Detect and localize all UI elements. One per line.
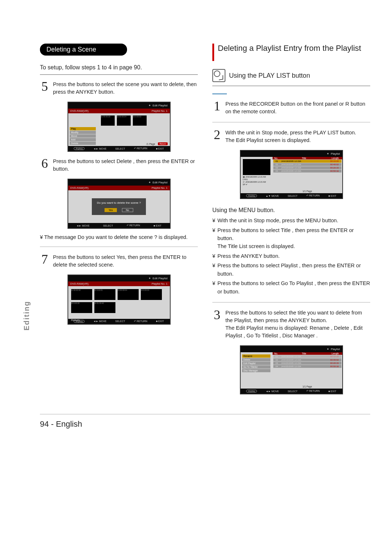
osd-title: Edit Playlist — [152, 277, 167, 280]
side-tab-editing: Editing — [23, 301, 31, 330]
osd-crumb-right: Playlist No. 1 — [152, 109, 168, 113]
note-after-step6: ¥ The message Do you want to delete the … — [40, 234, 198, 240]
intro-text: To setup, follow steps 1 to 4 in page 90… — [40, 64, 198, 71]
page-indicator: 1/1 Page — [71, 315, 167, 318]
osd-footer: Anykey ▲▼ MOVE SELECT ↶ RETURN ■ EXIT — [241, 193, 342, 198]
select-hint: SELECT — [115, 147, 125, 150]
separator — [212, 302, 370, 303]
yes-button[interactable]: Yes — [105, 208, 117, 212]
bullet-text: With the unit in Stop mode, press the ME… — [217, 216, 338, 224]
preview-meta: ▣ JAN/18/2005 12:15 AM CH01 ⏱ JAN/18/200… — [241, 176, 273, 186]
preview-thumb — [243, 159, 270, 175]
osd-edit-playlist-menu: ✦Edit Playlist DVD-RAM(VR)Playlist No. 1… — [68, 102, 171, 152]
osd-scene-grid: ✦Edit Playlist DVD-RAM(VR)Playlist No. 1… — [68, 275, 171, 325]
step-body: Press the buttons to select the scene yo… — [53, 81, 198, 96]
menu-item-delete[interactable]: Delete — [70, 142, 96, 145]
left-column: Deleting a Scene To setup, follow steps … — [40, 44, 198, 399]
confirm-dialog: Do you want to delete the scene ? Yes No — [92, 198, 146, 215]
step-5: 5 Press the buttons to select the scene … — [40, 81, 198, 96]
scene-thumb: 02 00:00:04 — [117, 115, 131, 126]
no-button[interactable]: No — [122, 208, 133, 212]
page-indicator: /1 Page — [146, 143, 155, 145]
scene-thumb: 03 0:00:03 — [133, 115, 147, 126]
list-item[interactable]: 03JAN/20/2005 12:15A00:20:15 — [273, 362, 342, 365]
list-item[interactable]: 04JAN/25/2005 12:15A00:50:16 — [273, 365, 342, 368]
select-hint: SELECT — [288, 195, 298, 197]
scene-cell[interactable]: 01 00:00:30 — [71, 289, 92, 300]
scene-cell[interactable]: 06 01:30:40 — [94, 302, 115, 313]
move-hint: ◄► MOVE — [76, 224, 89, 227]
return-hint: ↶ RETURN — [134, 147, 147, 150]
step-body: Press the buttons to select the title yo… — [225, 309, 370, 340]
section-title-text: Deleting a Playlist Entry from the Playl… — [218, 44, 361, 53]
return-button[interactable]: Return — [158, 142, 167, 145]
page-footer: 94 - English — [40, 414, 370, 429]
anykey-badge: Anykey — [246, 390, 257, 393]
scene-cell[interactable]: 02 0:00:01 — [94, 289, 115, 300]
osd-crumb-left: DVD-RAM(VR) — [70, 282, 89, 285]
using-playlist-button-heading: Using the PLAY LIST button — [212, 69, 370, 82]
osd-title: Edit Playlist — [152, 181, 167, 184]
list-item[interactable]: 01JAN/18/2005 12:15A00:10:20 — [273, 160, 342, 163]
hand-press-icon — [212, 69, 225, 82]
accent-bar-icon — [212, 44, 214, 61]
section-title-deleting-playlist-entry: Deleting a Playlist Entry from the Playl… — [212, 44, 370, 61]
list-item[interactable]: 04JAN/25/2005 12:15A00:50:16 — [273, 170, 342, 172]
anykey-badge: Anykey — [246, 194, 257, 197]
menu-item-edit-playlist[interactable]: Edit Playlist — [242, 362, 270, 365]
osd-title: Edit Playlist — [152, 104, 167, 107]
scene-cell[interactable]: 04 0:00:03 — [141, 289, 162, 300]
menu-item-go-to-titlelist[interactable]: Go To Titlelist — [242, 365, 270, 369]
osd-crumb-right: Playlist No. 1 — [152, 186, 168, 190]
step-body: With the unit in Stop mode, press the PL… — [225, 129, 370, 144]
list-header: No. Title Length — [273, 352, 342, 355]
section-pill-deleting-scene: Deleting a Scene — [40, 44, 127, 56]
list-item[interactable]: 01JAN/18/2005 12:15A00:10:20 — [273, 355, 342, 358]
menu-item-rename[interactable]: Rename — [242, 354, 270, 358]
bullet-text: Press the buttons to select Playlist , t… — [217, 261, 370, 278]
step-2: 2 With the unit in Stop mode, press the … — [212, 129, 370, 144]
menu-item-move[interactable]: Move — [70, 134, 96, 138]
scene-cell[interactable]: 05 0:00:20 — [71, 302, 92, 313]
move-hint: ▲▼ MOVE — [266, 195, 279, 197]
list-item[interactable]: 02JAN/19/2005 12:15A00:40:02 — [273, 358, 342, 361]
return-button[interactable]: Return — [71, 318, 167, 322]
menu-item-delete[interactable]: Delete — [242, 358, 270, 361]
osd-footer: ◄► MOVE SELECT ↶ RETURN ■ EXIT — [68, 223, 170, 228]
return-hint: ↶ RETURN — [127, 224, 140, 227]
right-column: Deleting a Playlist Entry from the Playl… — [212, 44, 370, 399]
bullet-text: Press the ANYKEY button. — [217, 252, 279, 260]
step-number: 6 — [40, 158, 49, 173]
step-3: 3 Press the buttons to select the title … — [212, 309, 370, 340]
exit-hint: ■ EXIT — [328, 195, 336, 197]
menu-item-disc-manager[interactable]: Disc Manager — [242, 369, 270, 372]
scene-thumb: 01 00:00:30 — [101, 115, 115, 126]
menu-item-play[interactable]: Play — [70, 127, 96, 130]
separator — [212, 122, 370, 122]
accent-rule — [212, 93, 227, 94]
step-number: 2 — [212, 129, 222, 144]
step-number: 3 — [212, 309, 222, 340]
return-hint: ↶ RETURN — [306, 194, 320, 197]
using-label: Using the PLAY LIST button — [229, 72, 310, 80]
list-item[interactable]: 03JAN/20/2005 12:15A00:20:15 — [273, 166, 342, 169]
step-body: Press the buttons to select Yes, then pr… — [53, 253, 198, 269]
list-item[interactable]: 02JAN/19/2005 12:15A00:40:02 — [273, 163, 342, 166]
exit-hint: ■ EXIT — [154, 224, 162, 227]
step-number: 1 — [212, 100, 222, 115]
osd-title: Playlist — [331, 152, 340, 155]
osd-context-menu: Rename Delete Edit Playlist Go To Titlel… — [242, 354, 270, 373]
osd-footer: Anykey ◄► MOVE SELECT ↶ RETURN ■ EXIT — [241, 389, 342, 394]
osd-crumb-left: DVD-RAM(VR) — [70, 109, 89, 113]
separator — [40, 74, 198, 75]
step-body: Press the buttons to select Delete , the… — [53, 158, 198, 173]
scene-cell[interactable]: 03 00:00:04 — [118, 289, 139, 300]
exit-hint: ■ EXIT — [328, 390, 336, 393]
select-hint: SELECT — [103, 224, 113, 227]
using-menu-heading: Using the MENU button. — [212, 207, 370, 214]
bullet-text: Press the buttons to select Go To Playli… — [217, 279, 370, 296]
anykey-badge: Anykey — [74, 147, 85, 150]
list-header: No. Title Length — [273, 157, 342, 159]
menu-item-add[interactable]: Add — [70, 138, 96, 141]
menu-item-modify[interactable]: Modify — [70, 131, 96, 134]
